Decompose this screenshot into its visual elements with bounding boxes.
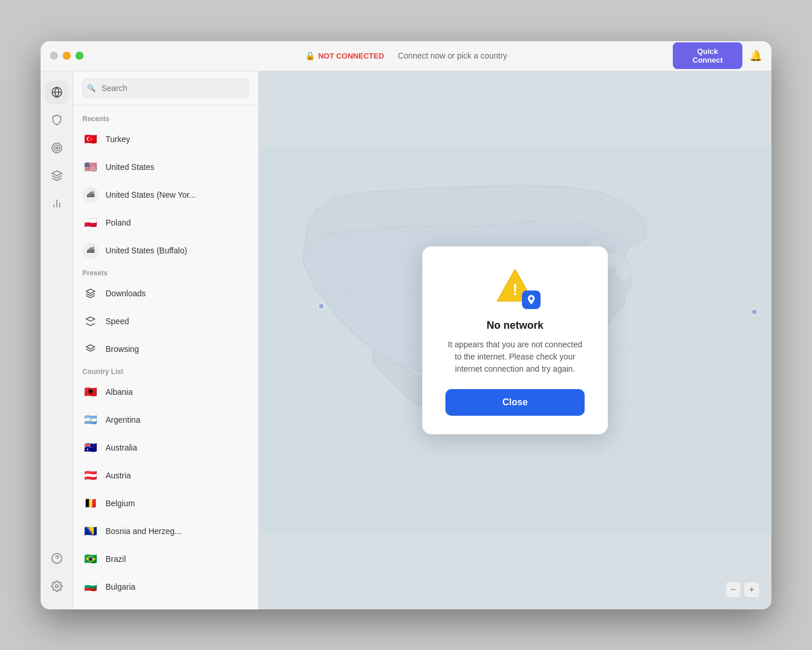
sidebar-item-globe[interactable]	[45, 81, 68, 104]
list-item[interactable]: 🇧🇪 Belgium	[73, 489, 258, 517]
country-name: Brazil	[106, 554, 126, 564]
sidebar-item-help[interactable]	[45, 547, 68, 570]
preset-name-3: Browsing	[106, 344, 139, 354]
preset-downloads[interactable]: Downloads	[73, 279, 258, 307]
flag-bulgaria: 🇧🇬	[82, 579, 99, 595]
country-name: Belgium	[106, 499, 135, 508]
list-item[interactable]: 🏙 United States (New Yor...	[73, 181, 258, 209]
sidebar-item-layers[interactable]	[45, 164, 68, 187]
globe-icon	[51, 86, 63, 98]
list-item[interactable]: 🇧🇬 Bulgaria	[73, 573, 258, 601]
list-item[interactable]: 🇺🇸 United States	[73, 153, 258, 181]
layers-icon	[51, 170, 63, 181]
target-icon	[51, 142, 63, 154]
modal-close-button[interactable]: Close	[445, 389, 585, 416]
sidebar-item-shield[interactable]	[45, 108, 68, 132]
sidebar-item-stats[interactable]	[45, 192, 68, 215]
preset-speed[interactable]: Speed	[73, 307, 258, 335]
modal-icon-container: !	[492, 267, 538, 308]
svg-marker-12	[86, 289, 95, 293]
modal-title: No network	[487, 319, 543, 332]
preset-name-2: Speed	[106, 317, 129, 326]
svg-marker-14	[86, 344, 95, 349]
recents-label: Recents	[73, 110, 258, 125]
sidebar-item-target[interactable]	[45, 136, 68, 159]
svg-marker-5	[52, 170, 61, 175]
flag-argentina: 🇦🇷	[82, 412, 99, 428]
search-container	[73, 71, 258, 106]
notification-bell-icon[interactable]: 🔔	[749, 49, 762, 62]
flag-us: 🇺🇸	[82, 159, 99, 175]
country-list-label: Country List	[73, 363, 258, 378]
titlebar-center: 🔒 NOT CONNECTED Connect now or pick a co…	[305, 51, 507, 60]
no-network-modal: ! No network It appears that you are not…	[422, 246, 608, 434]
main-content: Recents 🇹🇷 Turkey 🇺🇸 United States 🏙 Uni…	[41, 71, 771, 609]
traffic-lights	[50, 52, 84, 60]
lock-icon: 🔒	[305, 51, 315, 60]
titlebar: 🔒 NOT CONNECTED Connect now or pick a co…	[41, 41, 771, 71]
app-window: 🔒 NOT CONNECTED Connect now or pick a co…	[41, 41, 771, 609]
layers-icon-2	[82, 313, 99, 329]
svg-point-3	[54, 145, 60, 151]
sidebar-item-settings[interactable]	[45, 575, 68, 598]
modal-overlay: ! No network It appears that you are not…	[259, 71, 771, 609]
svg-text:!: !	[512, 281, 517, 299]
country-name: Australia	[106, 443, 137, 452]
stats-icon	[51, 198, 63, 209]
list-item[interactable]: 🇦🇹 Austria	[73, 462, 258, 489]
list-item[interactable]: 🇦🇱 Albania	[73, 378, 258, 406]
country-name: Turkey	[106, 135, 130, 144]
country-name: Albania	[106, 387, 133, 397]
sidebar-list: Recents 🇹🇷 Turkey 🇺🇸 United States 🏙 Uni…	[73, 106, 258, 609]
country-name: United States (New Yor...	[106, 190, 196, 199]
search-input[interactable]	[82, 78, 249, 98]
country-name: United States (Buffalo)	[106, 246, 187, 255]
connection-status: 🔒 NOT CONNECTED	[305, 51, 384, 60]
settings-icon	[51, 580, 63, 592]
list-item[interactable]: 🏙 United States (Buffalo)	[73, 237, 258, 264]
quick-connect-button[interactable]: Quick Connect	[673, 42, 742, 69]
flag-us-city2: 🏙	[82, 242, 99, 259]
list-item[interactable]: 🇵🇱 Poland	[73, 209, 258, 237]
search-wrapper	[82, 78, 249, 98]
svg-point-4	[56, 147, 57, 148]
close-button[interactable]	[50, 52, 58, 60]
icon-sidebar	[41, 71, 73, 609]
flag-turkey: 🇹🇷	[82, 131, 99, 147]
flag-poland: 🇵🇱	[82, 215, 99, 231]
list-item[interactable]: 🇦🇺 Australia	[73, 434, 258, 462]
preset-name: Downloads	[106, 289, 146, 298]
country-name: Austria	[106, 471, 131, 480]
flag-austria: 🇦🇹	[82, 467, 99, 484]
list-item[interactable]: 🇦🇷 Argentina	[73, 406, 258, 434]
shield-icon	[51, 114, 63, 126]
country-name: Bulgaria	[106, 582, 135, 591]
maximize-button[interactable]	[75, 52, 84, 60]
vpn-logo-icon	[525, 294, 537, 306]
flag-australia: 🇦🇺	[82, 440, 99, 456]
icon-sidebar-bottom	[45, 547, 68, 600]
list-item[interactable]: 🇧🇷 Brazil	[73, 545, 258, 573]
modal-body: It appears that you are not connected to…	[445, 339, 585, 375]
country-name: Poland	[106, 218, 131, 227]
map-area: − + !	[259, 71, 771, 609]
svg-marker-13	[86, 317, 95, 321]
layers-icon	[82, 285, 99, 302]
flag-bosnia: 🇧🇦	[82, 523, 99, 539]
list-item[interactable]: 🇹🇷 Turkey	[73, 125, 258, 153]
presets-label: Presets	[73, 264, 258, 279]
minimize-button[interactable]	[63, 52, 71, 60]
svg-point-11	[55, 584, 58, 587]
country-sidebar: Recents 🇹🇷 Turkey 🇺🇸 United States 🏙 Uni…	[73, 71, 259, 609]
country-name: Argentina	[106, 415, 140, 424]
help-icon	[51, 553, 63, 564]
vpn-badge	[522, 290, 541, 309]
flag-belgium: 🇧🇪	[82, 495, 99, 511]
flag-brazil: 🇧🇷	[82, 551, 99, 567]
list-item[interactable]: 🇧🇦 Bosnia and Herzeg...	[73, 517, 258, 545]
country-name: United States	[106, 162, 154, 172]
flag-us-city1: 🏙	[82, 187, 99, 203]
layers-icon-3	[82, 341, 99, 357]
preset-browsing[interactable]: Browsing	[73, 335, 258, 363]
country-name: Bosnia and Herzeg...	[106, 526, 182, 536]
